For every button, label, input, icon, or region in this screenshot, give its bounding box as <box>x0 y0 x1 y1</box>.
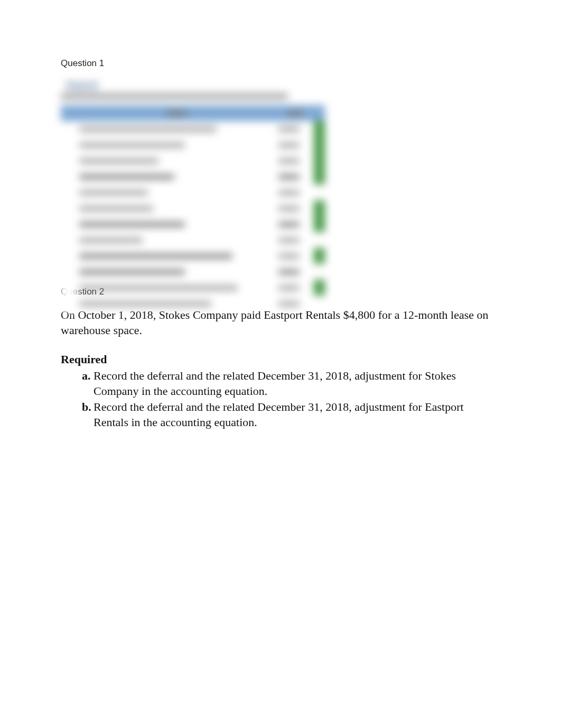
list-item-text: Record the deferral and the related Dece… <box>94 400 464 429</box>
table-row <box>61 232 325 248</box>
required-heading: Required <box>61 353 500 366</box>
required-list: a. Record the deferral and the related D… <box>61 368 500 430</box>
table-row <box>61 216 325 232</box>
table-row <box>61 264 325 280</box>
table-row <box>61 248 325 264</box>
list-item-text: Record the deferral and the related Dece… <box>94 369 456 398</box>
table-row <box>61 153 325 169</box>
table-header-col1 <box>166 110 187 117</box>
table-row <box>61 169 325 185</box>
list-marker: a. <box>82 368 91 384</box>
table-row <box>61 121 325 137</box>
blurred-table <box>61 105 325 311</box>
table-row <box>61 185 325 200</box>
table-header-row <box>61 105 325 121</box>
blurred-subtext-line <box>61 94 288 99</box>
question-1-label: Question 1 <box>61 58 500 69</box>
blurred-required-heading: Required <box>66 80 98 89</box>
question-2-label: Question 2 <box>61 287 500 297</box>
list-item: a. Record the deferral and the related D… <box>82 368 500 399</box>
table-header-col2 <box>287 110 303 117</box>
table-row <box>61 200 325 216</box>
list-item: b. Record the deferral and the related D… <box>82 400 500 430</box>
list-marker: b. <box>82 400 91 415</box>
table-row <box>61 137 325 153</box>
question-2-body: On October 1, 2018, Stokes Company paid … <box>61 308 500 338</box>
blurred-content-block: Required <box>61 79 330 270</box>
